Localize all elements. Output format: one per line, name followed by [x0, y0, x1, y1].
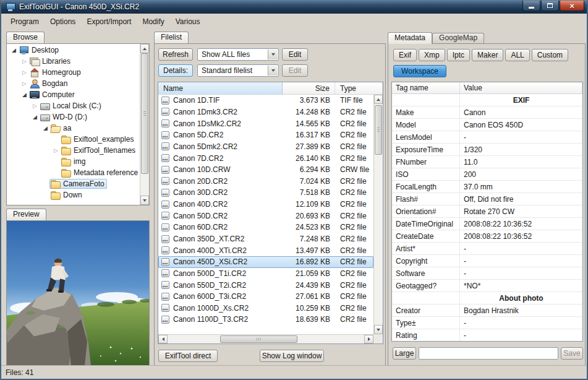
expand-arrow-icon[interactable]: [31, 114, 39, 120]
expand-arrow-icon[interactable]: [20, 69, 28, 76]
file-row[interactable]: Canon 10D.CRW 6.294 KB CRW file: [158, 164, 373, 176]
filelist-type-dropdown[interactable]: Standard filelist: [197, 64, 279, 77]
tree-item[interactable]: Desktop: [7, 45, 140, 56]
close-button[interactable]: ×: [560, 1, 584, 11]
file-row[interactable]: Canon 450D_XSi.CR2 16.892 KB CR2 file: [158, 256, 373, 268]
file-row[interactable]: Canon 1000D_Xs.CR2 10.259 KB CR2 file: [158, 303, 373, 314]
metadata-row[interactable]: Geotagged? *NO*: [392, 280, 582, 292]
custom-tag-input[interactable]: [419, 347, 558, 360]
file-row[interactable]: Canon 500D_T1i.CR2 21.059 KB CR2 file: [158, 268, 373, 280]
file-row[interactable]: Canon 1Dmk3.CR2 14.248 KB CR2 file: [158, 106, 373, 118]
scroll-up-button[interactable]: [374, 95, 383, 104]
tree-item[interactable]: WD-D (D:): [7, 111, 140, 123]
tree-item[interactable]: Computer: [7, 89, 140, 100]
tree-item[interactable]: aa: [7, 123, 140, 134]
metadata-row[interactable]: ExposureTime 1/320: [392, 144, 582, 156]
dropdown-arrow-icon[interactable]: [268, 66, 278, 76]
file-row[interactable]: Canon 600D_T3i.CR2 27.061 KB CR2 file: [158, 291, 373, 303]
metadata-filter-button[interactable]: ALL: [505, 49, 529, 61]
file-row[interactable]: Canon 400D_XTi.CR2 13.497 KB CR2 file: [158, 244, 373, 256]
details-toggle-button[interactable]: Details:: [158, 64, 193, 77]
filelist-horizontal-scrollbar[interactable]: [158, 334, 373, 343]
file-row[interactable]: Canon 5Dmk2.CR2 27.389 KB CR2 file: [158, 141, 373, 153]
tree-item[interactable]: CameraFoto: [7, 178, 140, 189]
workspace-button[interactable]: Workspace: [393, 65, 446, 77]
tree-item[interactable]: Libraries: [7, 56, 140, 67]
file-row[interactable]: Canon 1100D_T3.CR2 18.639 KB CR2 file: [158, 314, 373, 326]
metadata-row[interactable]: Type± -: [392, 317, 582, 329]
scroll-down-button[interactable]: [374, 325, 383, 334]
expand-arrow-icon[interactable]: [52, 147, 60, 153]
scroll-right-button[interactable]: [364, 335, 373, 343]
file-row[interactable]: Canon 350D_XT.CR2 7.248 KB CR2 file: [158, 233, 373, 245]
column-header-value[interactable]: Value: [460, 82, 582, 93]
minimize-button[interactable]: [522, 1, 540, 11]
file-row[interactable]: Canon 20D.CR2 7.024 KB CR2 file: [158, 175, 373, 187]
column-header-type[interactable]: Type: [335, 82, 383, 94]
metadata-filter-button[interactable]: Custom: [532, 49, 568, 61]
menu-item[interactable]: Export/Import: [81, 15, 137, 28]
metadata-row[interactable]: Orientation# Rotate 270 CW: [392, 205, 582, 218]
expand-arrow-icon[interactable]: [41, 125, 49, 131]
file-row[interactable]: Canon 550D_T2i.CR2 24.439 KB CR2 file: [158, 279, 373, 291]
exiftool-direct-button[interactable]: ExifTool direct: [158, 350, 218, 362]
file-row[interactable]: Canon 7D.CR2 26.140 KB CR2 file: [158, 152, 373, 164]
tree-item[interactable]: Homegroup: [7, 67, 140, 78]
scroll-thumb[interactable]: [375, 105, 382, 155]
file-filter-dropdown[interactable]: Show ALL files: [197, 48, 279, 61]
metadata-row[interactable]: Rating -: [392, 329, 582, 342]
file-row[interactable]: Canon 1D.TIF 3.673 KB TIF file: [158, 95, 373, 106]
show-log-window-button[interactable]: Show Log window: [260, 350, 324, 362]
tab-browse[interactable]: Browse: [6, 32, 45, 43]
file-row[interactable]: Canon 30D.CR2 7.518 KB CR2 file: [158, 187, 373, 199]
metadata-row[interactable]: ISO 200: [392, 168, 582, 181]
metadata-tab[interactable]: Metadata: [388, 32, 432, 44]
expand-arrow-icon[interactable]: [31, 103, 39, 109]
menu-item[interactable]: Modify: [137, 15, 169, 28]
metadata-row[interactable]: LensModel -: [392, 131, 582, 144]
column-header-tag-name[interactable]: Tag name: [392, 82, 460, 93]
expand-arrow-icon[interactable]: [20, 58, 28, 64]
edit-filter-button[interactable]: Edit: [282, 48, 308, 61]
file-row[interactable]: Canon 60D.CR2 24.523 KB CR2 file: [158, 222, 373, 233]
menu-item[interactable]: Various: [170, 15, 206, 28]
scroll-up-button[interactable]: [140, 44, 149, 53]
tree-item[interactable]: Metadata reference: [7, 167, 140, 178]
scroll-thumb[interactable]: [220, 335, 297, 343]
column-header-size[interactable]: Size: [283, 82, 335, 94]
tree-item[interactable]: Bogdan: [7, 78, 140, 89]
tree-vertical-scrollbar[interactable]: [140, 44, 149, 205]
file-row[interactable]: Canon 5D.CR2 16.317 KB CR2 file: [158, 129, 373, 141]
tree-item[interactable]: ExifTool_filenames: [7, 145, 140, 156]
scroll-thumb[interactable]: [141, 53, 148, 174]
expand-arrow-icon[interactable]: [20, 80, 28, 87]
menu-item[interactable]: Options: [45, 15, 81, 28]
tree-item[interactable]: Exiftool_examples: [7, 134, 140, 145]
file-row[interactable]: Canon 1DsMk2.CR2 14.565 KB CR2 file: [158, 118, 373, 129]
dropdown-arrow-icon[interactable]: [268, 50, 278, 59]
column-header-name[interactable]: Name: [158, 82, 283, 94]
file-row[interactable]: Canon 50D.CR2 20.693 KB CR2 file: [158, 210, 373, 222]
metadata-row[interactable]: FNumber 11.0: [392, 156, 582, 168]
menu-item[interactable]: Program: [5, 15, 45, 28]
expand-arrow-icon[interactable]: [10, 47, 18, 53]
metadata-row[interactable]: Make Canon: [392, 106, 582, 119]
metadata-row[interactable]: DateTimeOriginal 2008:08:22 10:36:52: [392, 218, 582, 230]
tree-item[interactable]: img: [7, 156, 140, 167]
file-row[interactable]: Canon 40D.CR2 12.109 KB CR2 file: [158, 199, 373, 210]
refresh-button[interactable]: Refresh: [158, 48, 193, 61]
metadata-filter-button[interactable]: Maker: [472, 49, 503, 61]
large-button[interactable]: Large: [393, 347, 416, 360]
save-button[interactable]: Save: [561, 347, 583, 360]
metadata-row[interactable]: CreateDate 2008:08:22 10:36:52: [392, 230, 582, 243]
filelist-vertical-scrollbar[interactable]: [373, 95, 383, 334]
metadata-row[interactable]: Software -: [392, 267, 582, 280]
tab-preview[interactable]: Preview: [6, 209, 46, 220]
maximize-button[interactable]: [541, 1, 559, 11]
metadata-filter-button[interactable]: Xmp: [419, 49, 445, 61]
metadata-row[interactable]: FocalLength 37.0 mm: [392, 181, 582, 193]
metadata-tab[interactable]: GoogleMap: [432, 33, 484, 43]
metadata-row[interactable]: About photo: [392, 292, 582, 304]
tree-item[interactable]: Local Disk (C:): [7, 100, 140, 111]
tree-item[interactable]: Down: [7, 189, 140, 201]
